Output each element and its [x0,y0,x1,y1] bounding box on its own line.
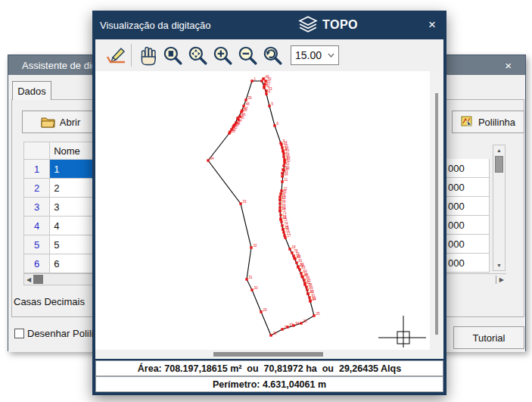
zoom-pan-icon [187,45,208,66]
values-vertical-scrollbar[interactable]: ▲ ▼ [493,145,506,271]
drawing-area: 1234567891011121314151617181920212223242… [95,71,443,359]
area-statusbar: Área: 708.197,18615 m² ou 70,81972 ha ou… [95,360,443,376]
polyline-label: Polilinha [478,117,515,128]
chevron-down-icon [328,53,334,58]
decimal-places-label: Casas Decimais [14,296,85,307]
svg-text:53: 53 [269,87,273,91]
canvas-vertical-scrollbar[interactable] [430,71,443,350]
assistant-close-icon[interactable]: × [505,55,512,75]
svg-text:94: 94 [296,322,300,326]
scrollbar-thumb[interactable] [435,93,438,335]
polyline-icon [461,116,474,128]
svg-text:11: 11 [285,178,288,182]
tab-dados[interactable]: Dados [12,81,51,100]
dialog-toolbar: 15.00 [95,39,443,71]
dialog-title-bar[interactable]: Visualização da digitação TOPO × [92,11,446,39]
scrollbar-edge [496,276,496,284]
svg-text:5: 5 [272,102,274,106]
svg-text:46: 46 [242,113,247,117]
scrollbar-thumb[interactable] [495,156,503,173]
svg-text:1: 1 [254,77,257,81]
pan-button[interactable] [135,42,160,68]
svg-text:26: 26 [303,319,308,323]
svg-text:6: 6 [277,122,279,126]
zoom-previous-button[interactable] [260,42,285,68]
row-number: 1 [24,160,50,179]
row-number: 4 [24,217,50,235]
zoom-document-icon [162,45,183,66]
folder-icon [41,117,55,128]
canvas-horizontal-scrollbar[interactable] [95,350,443,359]
svg-text:77: 77 [287,232,291,235]
zoom-out-icon [237,45,258,66]
scroll-down-icon[interactable]: ▼ [493,263,505,268]
edit-pencil-button[interactable] [103,42,128,68]
svg-text:33: 33 [243,200,247,204]
table-corner-cell [24,142,50,160]
svg-text:31: 31 [249,276,254,279]
svg-text:34: 34 [210,157,215,160]
area-text: Área: 708.197,18615 m² ou 70,81972 ha ou… [138,363,401,374]
open-file-label: Abrir [60,117,80,128]
scroll-left-icon[interactable]: ◀ [24,276,33,283]
scrollbar-thumb[interactable] [213,352,323,357]
scroll-up-icon[interactable]: ▲ [493,148,505,153]
value-cell[interactable]: 000 [446,178,490,197]
pencil-icon [104,44,127,67]
dialog-close-icon[interactable]: × [428,11,436,39]
value-cell[interactable]: 000 [446,159,490,178]
zoom-scale-value: 15.00 [295,49,322,61]
zoom-out-button[interactable] [235,42,260,68]
svg-text:25: 25 [316,312,321,316]
value-cell[interactable]: 000 [446,216,490,235]
topo-logo: TOPO [298,16,358,34]
svg-text:48: 48 [246,102,250,106]
svg-text:30: 30 [254,286,259,290]
topo-logo-icon [298,16,318,34]
open-file-button[interactable]: Abrir [22,111,99,133]
svg-text:28: 28 [273,332,278,335]
checkbox[interactable] [14,329,24,338]
zoom-in-button[interactable] [210,42,235,68]
topo-logo-text: TOPO [322,18,358,32]
svg-text:39: 39 [248,96,253,100]
svg-text:64: 64 [285,173,289,176]
dialog-title: Visualização da digitação [100,20,210,31]
zoom-in-icon [212,45,233,66]
values-horizontal-scrollbar[interactable]: ▶ [446,273,506,285]
visualization-dialog: Visualização da digitação TOPO × [92,11,446,395]
row-number: 3 [24,198,50,217]
svg-text:92: 92 [313,297,317,301]
hand-icon [136,44,159,67]
scrollbar-thumb[interactable] [33,275,43,284]
zoom-dynamic-button[interactable] [185,42,210,68]
perimeter-statusbar: Perímetro: 4.631,04061 m [95,376,443,392]
perimeter-text: Perímetro: 4.631,04061 m [213,379,326,390]
value-cell[interactable]: 000 [446,235,490,254]
value-cell[interactable]: 000 [446,197,490,216]
scroll-right-icon[interactable]: ▶ [499,276,504,283]
row-number: 5 [24,235,50,254]
row-number: 6 [24,254,50,273]
tutorial-label: Tutorial [473,332,506,344]
zoom-previous-icon [262,45,283,66]
svg-text:29: 29 [263,308,268,312]
drawing-svg[interactable]: 1234567891011121314151617181920212223242… [95,71,430,350]
polyline-button[interactable]: Polilinha [452,111,524,133]
svg-text:32: 32 [254,244,258,248]
zoom-scale-select[interactable]: 15.00 [291,45,339,65]
row-number: 2 [24,179,50,198]
zoom-extents-button[interactable] [160,42,185,68]
value-cell[interactable]: 000 [446,254,490,273]
toolbar-separator [131,44,132,67]
tutorial-button[interactable]: Tutorial [453,326,524,349]
